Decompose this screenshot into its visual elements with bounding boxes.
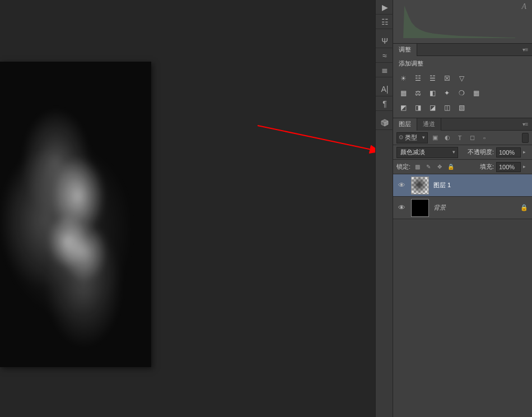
channel-mixer-icon[interactable]: ✦ (441, 87, 452, 99)
panel-menu-icon[interactable]: ▾≡ (521, 45, 530, 53)
brightness-icon[interactable]: ☀ (398, 73, 409, 84)
grid-icon[interactable]: ▦ (470, 87, 482, 99)
posterize-icon[interactable]: ◨ (412, 102, 423, 113)
mask-icon[interactable]: Ψ (376, 34, 394, 48)
histogram-graph (403, 0, 515, 38)
curves-icon[interactable]: ☱ (427, 73, 438, 84)
play-icon[interactable]: ▶ (376, 0, 394, 15)
layers-panel: 图层 通道 ▾≡ 类型 ▣ ◐ T ◻ ▫ 颜色减淡 不透明度: 100% 锁定… (393, 118, 532, 219)
panel-menu-icon[interactable]: ▾≡ (521, 120, 530, 128)
exposure-icon[interactable]: ☒ (441, 73, 452, 84)
lock-label: 锁定: (396, 163, 410, 171)
filter-pixels-icon[interactable]: ▣ (430, 133, 440, 143)
lock-icon: 🔒 (520, 204, 529, 211)
vibrance-icon[interactable]: ▽ (456, 73, 467, 84)
lock-position-icon[interactable]: ✥ (435, 163, 444, 172)
gradient-map-icon[interactable]: ◫ (441, 102, 452, 113)
visibility-eye-icon[interactable]: 👁 (396, 181, 407, 189)
adj-row-2: ▦ ⚖ ◧ ✦ ❍ ▦ (393, 86, 532, 100)
filter-adjustment-icon[interactable]: ◐ (442, 133, 452, 143)
align-icon[interactable]: ≣ (376, 63, 394, 77)
right-panel-stack: A 调整 ▾≡ 添加调整 ☀ ☳ ☱ ☒ ▽ ▦ ⚖ ◧ ✦ ❍ ▦ (393, 0, 532, 417)
text-A-icon[interactable]: A| (376, 82, 394, 96)
balance-icon[interactable]: ⚖ (412, 87, 423, 99)
filter-type-icon[interactable]: T (455, 133, 465, 143)
layer-entry[interactable]: 👁 图层 1 (393, 174, 532, 197)
selective-icon[interactable]: ▧ (456, 102, 467, 113)
photo-filter-icon[interactable]: ◧ (427, 87, 438, 99)
svg-marker-5 (403, 6, 515, 38)
invert-icon[interactable]: ◩ (398, 102, 409, 113)
layers-tabs: 图层 通道 ▾≡ (393, 118, 532, 131)
adjustments-panel: 调整 ▾≡ 添加调整 ☀ ☳ ☱ ☒ ▽ ▦ ⚖ ◧ ✦ ❍ ▦ ◩ ◨ ◪ ◫… (393, 44, 532, 118)
histogram-panel: A (393, 0, 532, 44)
lock-image-icon[interactable]: ✎ (424, 163, 433, 172)
smoke-artwork (0, 62, 151, 367)
blend-mode-select[interactable]: 颜色减淡 (396, 147, 458, 158)
visibility-eye-icon[interactable]: 👁 (396, 203, 407, 212)
tab-layers[interactable]: 图层 (393, 118, 417, 131)
histogram-letter: A (521, 2, 526, 11)
3d-cube-icon[interactable] (376, 115, 394, 130)
tab-adjustments[interactable]: 调整 (393, 44, 417, 56)
paragraph-icon[interactable]: ¶ (376, 96, 394, 111)
lock-transparency-icon[interactable]: ▩ (413, 163, 422, 172)
filter-type-select[interactable]: 类型 (396, 132, 428, 143)
layer-name[interactable]: 图层 1 (433, 181, 529, 189)
filter-toggle[interactable] (522, 133, 529, 143)
layer-entry[interactable]: 👁 背景 🔒 (393, 197, 532, 219)
layer-thumbnail[interactable] (411, 177, 429, 194)
lock-row: 锁定: ▩ ✎ ✥ 🔒 填充: 100% (393, 160, 532, 174)
levels-icon[interactable]: ☳ (412, 73, 423, 84)
lock-all-icon[interactable]: 🔒 (446, 163, 455, 172)
canvas-workspace[interactable] (0, 0, 370, 417)
tab-channels[interactable]: 通道 (417, 118, 441, 131)
threshold-icon[interactable]: ◪ (427, 102, 438, 113)
add-adjustment-label: 添加调整 (393, 56, 532, 71)
filter-smartobj-icon[interactable]: ▫ (479, 133, 489, 143)
layer-name[interactable]: 背景 (433, 203, 515, 212)
opacity-input[interactable]: 100% (496, 147, 521, 157)
layer-thumbnail[interactable] (411, 199, 429, 217)
collapsed-panel-bar: ▶ ☷ Ψ ≈ ≣ A| ¶ (375, 0, 393, 417)
adj-row-1: ☀ ☳ ☱ ☒ ▽ (393, 71, 532, 86)
fill-input[interactable]: 100% (496, 162, 521, 172)
bw-icon[interactable]: ▦ (398, 87, 409, 99)
layer-filter-row: 类型 ▣ ◐ T ◻ ▫ (393, 131, 532, 145)
adj-row-3: ◩ ◨ ◪ ◫ ▧ (393, 100, 532, 118)
adjustments-tabs: 调整 ▾≡ (393, 44, 532, 56)
fill-label: 填充: (480, 163, 494, 171)
panel-icon[interactable]: ☷ (376, 15, 394, 29)
color-lookup-icon[interactable]: ❍ (456, 87, 467, 99)
canvas-image[interactable] (0, 62, 151, 367)
brush-icon[interactable]: ≈ (376, 48, 394, 63)
filter-shape-icon[interactable]: ◻ (467, 133, 477, 143)
opacity-label: 不透明度: (468, 148, 494, 156)
blend-row: 颜色减淡 不透明度: 100% (393, 145, 532, 160)
